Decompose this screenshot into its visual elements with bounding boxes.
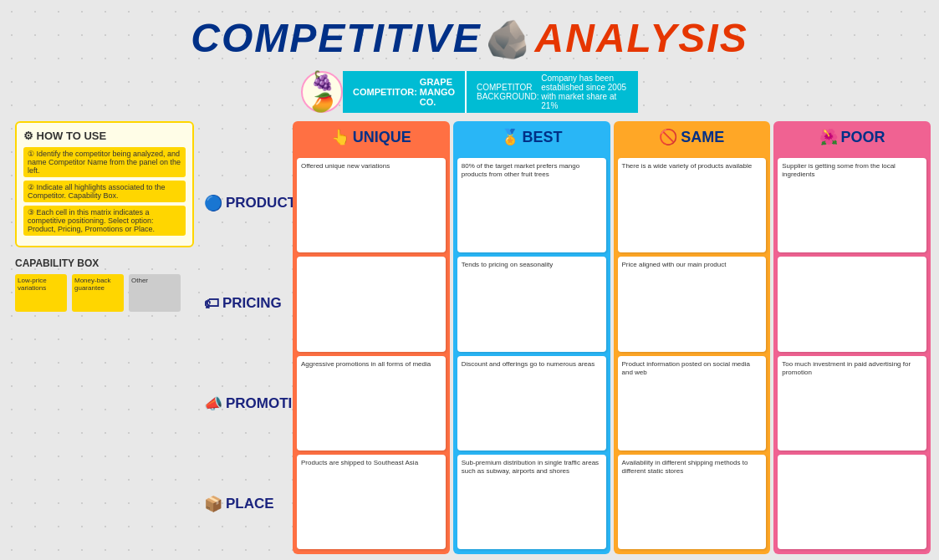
title-icon: 🪨 [485,18,531,59]
unique-header-icon: 👆 [331,128,350,146]
cell-unique-product: Offered unique new variations [297,158,446,252]
col-header-best: 🏅 BEST [453,121,610,153]
cell-best-pricing: Tends to pricing on seasonality [457,257,606,351]
column-same: 🚫 SAME There is a wide variety of produc… [614,121,771,554]
cap-box-2: Money-back guarantee [72,274,124,312]
cell-unique-pricing [297,257,446,351]
competitor-name-box: COMPETITOR: GRAPE MANGO CO. [343,71,465,113]
how-to-use-box: ⚙ HOW TO USE ① Identify the competitor b… [15,121,194,247]
cap-box-1: Low-price variations [15,274,67,312]
row-label-pricing: 🏷 PRICING [201,253,293,354]
competitor-name-label: COMPETITOR: [353,87,417,97]
place-icon: 📦 [204,495,222,513]
competitor-bar: 🍇🥭 COMPETITOR: GRAPE MANGO CO. COMPETITO… [301,71,638,113]
col-body-poor: Supplier is getting some from the local … [773,153,931,554]
cell-same-pricing: Price aligned with our main product [618,257,767,351]
same-header-label: SAME [681,129,724,146]
how-to-use-step-3: ③ Each cell in this matrix indicates a c… [23,206,186,236]
capability-box-title: CAPABILITY BOX [15,257,194,269]
col-header-same: 🚫 SAME [614,121,771,153]
main-layout: ⚙ HOW TO USE ① Identify the competitor b… [0,121,939,554]
competitor-bg-text: Company has been established since 2005 … [541,74,628,110]
row-label-product-text: PRODUCT [226,195,296,211]
cell-same-place: Availability in different shipping metho… [618,455,767,549]
capability-box-section: CAPABILITY BOX Low-price variations Mone… [15,257,194,312]
row-label-product: 🔵 PRODUCT [201,153,293,253]
cell-unique-place: Products are shipped to Southeast Asia [297,455,446,549]
row-label-place: 📦 PLACE [201,454,293,554]
cap-box-3: Other [129,274,181,312]
row-label-promotions: 📣 PROMOTIONS [201,354,293,454]
title-analysis: ANALYSIS [535,16,748,60]
best-header-label: BEST [523,129,563,146]
same-header-icon: 🚫 [659,128,677,146]
row-labels: 🔵 PRODUCT 🏷 PRICING 📣 PROMOTIONS 📦 PLACE [201,121,293,554]
competitor-bg-label: COMPETITOR BACKGROUND: [477,83,538,101]
column-unique: 👆 UNIQUE Offered unique new variations A… [293,121,450,554]
cell-poor-place [778,455,926,549]
pricing-icon: 🏷 [204,295,219,313]
row-label-pricing-text: PRICING [222,295,282,312]
col-body-unique: Offered unique new variations Aggressive… [293,153,450,554]
poor-header-label: POOR [841,129,885,146]
column-poor: 🌺 POOR Supplier is getting some from the… [773,121,931,554]
cell-best-promotions: Discount and offerings go to numerous ar… [457,356,606,451]
cell-poor-promotions: Too much investment in paid advertising … [778,356,926,451]
how-to-use-title: ⚙ HOW TO USE [23,130,186,142]
page-title: COMPETITIVE 🪨 ANALYSIS [0,0,939,68]
competitor-name: GRAPE MANGO CO. [420,77,455,107]
capability-boxes: Low-price variations Money-back guarante… [15,274,194,312]
unique-header-label: UNIQUE [353,129,411,146]
cell-best-place: Sub-premium distribution in single traff… [457,455,606,549]
how-to-use-step-2: ② Indicate all highlights associated to … [23,181,186,202]
row-label-place-text: PLACE [226,496,274,512]
cell-best-product: 80% of the target market prefers mango p… [457,158,606,252]
title-competitive: COMPETITIVE [191,16,481,60]
column-best: 🏅 BEST 80% of the target market prefers … [453,121,610,554]
cell-same-product: There is a wide variety of products avai… [618,158,767,252]
best-header-icon: 🏅 [501,128,519,146]
col-body-same: There is a wide variety of products avai… [614,153,771,554]
product-icon: 🔵 [204,194,222,212]
promotions-icon: 📣 [204,395,222,413]
competitor-bg-box: COMPETITOR BACKGROUND: Company has been … [465,71,638,113]
cell-poor-product: Supplier is getting some from the local … [778,158,926,252]
cell-same-promotions: Product information posted on social med… [618,356,767,451]
col-header-unique: 👆 UNIQUE [293,121,450,153]
left-panel: ⚙ HOW TO USE ① Identify the competitor b… [8,121,201,554]
poor-header-icon: 🌺 [819,128,838,146]
col-body-best: 80% of the target market prefers mango p… [453,153,610,554]
how-to-use-step-1: ① Identify the competitor being analyzed… [23,147,186,177]
cell-unique-promotions: Aggressive promotions in all forms of me… [297,356,446,451]
cell-poor-pricing [778,257,926,351]
columns-area: 👆 UNIQUE Offered unique new variations A… [293,121,931,554]
competitor-logo: 🍇🥭 [301,71,343,113]
col-header-poor: 🌺 POOR [773,121,931,153]
